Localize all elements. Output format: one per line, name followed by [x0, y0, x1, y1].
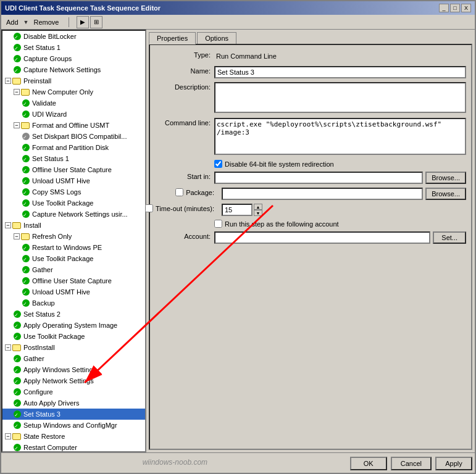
cancel-button[interactable]: Cancel	[391, 457, 432, 470]
tree-item-gather[interactable]: Gather	[2, 264, 145, 275]
maximize-button[interactable]: □	[450, 4, 460, 12]
type-label: Type:	[155, 50, 211, 59]
tab-options[interactable]: Options	[197, 32, 236, 44]
tree-item-apply-os-image[interactable]: Apply Operating System Image	[2, 320, 145, 331]
tree-item-backup[interactable]: Backup	[2, 297, 145, 309]
type-input[interactable]	[214, 50, 466, 62]
grayed-check-icon	[22, 133, 30, 140]
expander-icon[interactable]: −	[5, 222, 11, 228]
tree-item-apply-network-settings[interactable]: Apply Network Settings	[2, 375, 145, 386]
check-icon	[14, 310, 21, 318]
tree-item-new-computer-only[interactable]: −New Computer Only	[2, 86, 145, 98]
tree-item-refresh-only[interactable]: −Refresh Only	[2, 231, 145, 242]
tree-item-restart-winpe[interactable]: Restart to Windows PE	[2, 242, 145, 253]
expander-icon[interactable]: −	[5, 433, 11, 439]
toolbar-icon-1[interactable]: ▶	[77, 16, 89, 28]
tree-item-state-restore[interactable]: −State Restore	[2, 431, 145, 442]
tree-item-auto-apply-drivers[interactable]: Auto Apply Drivers	[2, 397, 145, 409]
expander-icon[interactable]: −	[5, 78, 11, 84]
folder-icon	[12, 222, 21, 229]
tree-item-install[interactable]: −Install	[2, 220, 145, 231]
tree-item-format-offline[interactable]: −Format and Offline USMT	[2, 120, 145, 131]
startin-input[interactable]	[214, 172, 423, 184]
tree-item-restart-computer[interactable]: Restart Computer	[2, 442, 145, 452]
minimize-button[interactable]: _	[439, 4, 449, 12]
tree-item-preinstall[interactable]: −Preinstall	[2, 75, 145, 86]
check-icon	[14, 55, 21, 62]
timeout-checkbox[interactable]	[145, 204, 153, 212]
tree-item-copy-sms-logs[interactable]: Copy SMS Logs	[2, 186, 145, 198]
tree-item-set-status-2[interactable]: Set Status 2	[2, 309, 145, 320]
tab-properties[interactable]: Properties	[149, 32, 196, 44]
tree-item-set-status-1[interactable]: Set Status 1	[2, 42, 145, 53]
set-button[interactable]: Set...	[433, 231, 466, 244]
timeout-down[interactable]: ▼	[254, 210, 262, 216]
runasaccount-checkbox[interactable]	[214, 220, 222, 228]
expander-icon[interactable]: −	[14, 122, 20, 128]
tree-item-label: Set Status 3	[23, 409, 61, 419]
tree-item-validate[interactable]: Validate	[2, 98, 145, 109]
tree-item-capture-network-settings[interactable]: Capture Network Settings	[2, 64, 145, 75]
tree-item-set-status-3[interactable]: Set Status 3	[2, 409, 145, 420]
browse2-button[interactable]: Browse...	[425, 188, 466, 200]
title-controls: _ □ X	[439, 4, 471, 12]
tree-item-unload-usmt-hive2[interactable]: Unload USMT Hive	[2, 286, 145, 297]
timeout-up[interactable]: ▲	[254, 204, 262, 210]
tree-item-set-diskpart[interactable]: Set Diskpart BIOS Compatibil...	[2, 131, 145, 142]
ok-button[interactable]: OK	[350, 457, 387, 470]
check-icon	[22, 110, 30, 118]
disable64-row: Disable 64-bit file system redirection	[214, 160, 466, 168]
package-input[interactable]	[222, 188, 423, 200]
tree-item-postinstall[interactable]: −PostInstall	[2, 342, 145, 353]
tree-item-label: Install	[23, 220, 41, 230]
folder-icon	[12, 78, 21, 85]
tree-item-offline-user-capture[interactable]: Offline User State Capture	[2, 164, 145, 175]
tree-item-offline-user-capture2[interactable]: Offline User State Capture	[2, 275, 145, 286]
tree-item-capture-network-settings2[interactable]: Capture Network Settings usir...	[2, 209, 145, 220]
tree-item-label: State Restore	[23, 431, 65, 441]
tree-item-label: Backup	[32, 298, 55, 308]
menu-remove[interactable]: Remove	[31, 17, 62, 27]
tree-item-capture-groups[interactable]: Capture Groups	[2, 53, 145, 64]
tree-item-label: Apply Operating System Image	[23, 320, 117, 330]
disable64-checkbox[interactable]	[214, 160, 222, 168]
tree-item-set-status-1b[interactable]: Set Status 1	[2, 153, 145, 164]
description-input[interactable]	[214, 82, 466, 113]
timeout-input[interactable]	[222, 204, 253, 216]
name-input[interactable]	[214, 66, 466, 78]
tree-item-use-toolkit-pkg3[interactable]: Use Toolkit Package	[2, 331, 145, 342]
tree-item-disable-bitlocker[interactable]: Disable BitLocker	[2, 31, 145, 42]
expander-icon[interactable]: −	[5, 344, 11, 351]
close-button[interactable]: X	[461, 4, 471, 12]
apply-button[interactable]: Apply	[435, 457, 472, 470]
tree-item-label: New Computer Only	[32, 87, 93, 97]
tree-item-use-toolkit-pkg[interactable]: Use Toolkit Package	[2, 198, 145, 209]
tree-item-apply-windows-settings[interactable]: Apply Windows Settings	[2, 364, 145, 375]
account-input[interactable]	[214, 231, 430, 244]
package-checkbox[interactable]	[175, 188, 183, 196]
cmdline-input[interactable]: cscript.exe "%deployroot%\scripts\ztiset…	[214, 118, 466, 155]
tree-item-label: Capture Network Settings usir...	[32, 209, 128, 219]
toolbar-icon-2[interactable]: ⊞	[90, 16, 102, 28]
tree-item-label: Auto Apply Drivers	[23, 398, 79, 408]
description-row: Description:	[155, 82, 466, 114]
cmdline-row: Command line: cscript.exe "%deployroot%\…	[155, 118, 466, 156]
tree-item-label: Configure	[23, 387, 53, 397]
menu-add[interactable]: Add	[4, 17, 21, 27]
tree-item-label: Capture Network Settings	[23, 65, 101, 75]
disable64-checkbox-row: Disable 64-bit file system redirection	[214, 160, 334, 168]
tree-item-gather2[interactable]: Gather	[2, 353, 145, 364]
tree-item-unload-usmt-hive[interactable]: Unload USMT Hive	[2, 175, 145, 186]
spacer	[155, 247, 466, 444]
expander-icon[interactable]: −	[14, 89, 20, 95]
tree-panel[interactable]: Disable BitLockerSet Status 1Capture Gro…	[1, 30, 146, 452]
tree-item-use-toolkit-pkg2[interactable]: Use Toolkit Package	[2, 253, 145, 264]
check-icon	[22, 199, 30, 207]
tree-item-format-partition[interactable]: Format and Partition Disk	[2, 142, 145, 153]
expander-icon[interactable]: −	[14, 233, 20, 239]
tree-item-configure[interactable]: Configure	[2, 386, 145, 397]
tree-item-udi-wizard[interactable]: UDI Wizard	[2, 109, 145, 120]
tree-item-label: Set Status 2	[23, 309, 61, 319]
tree-item-setup-windows-configmgr[interactable]: Setup Windows and ConfigMgr	[2, 420, 145, 431]
browse1-button[interactable]: Browse...	[425, 172, 466, 184]
